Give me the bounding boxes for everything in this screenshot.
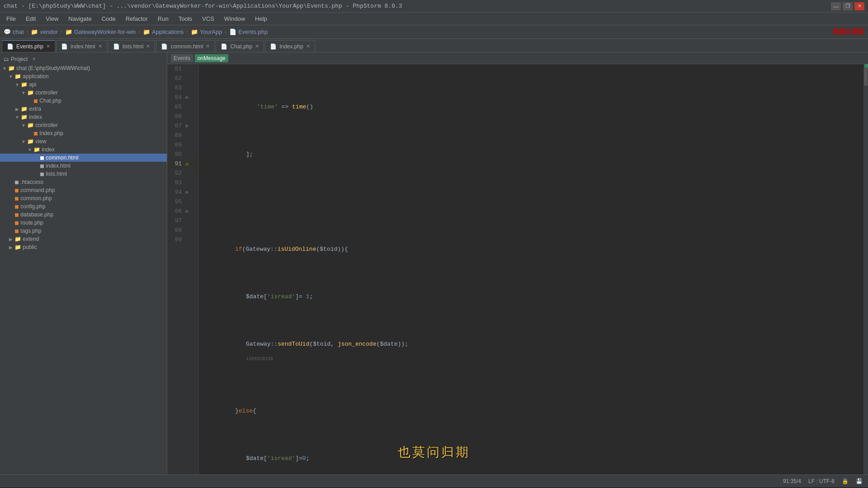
- tree-index-html[interactable]: ◼ index.html: [0, 162, 167, 170]
- chevron-icon: ▼: [27, 147, 33, 152]
- green-dot-indicator: [864, 64, 868, 68]
- code-line-87: }else{: [203, 406, 863, 416]
- breadcrumb-events[interactable]: 📄 Events.php: [229, 28, 268, 35]
- tab-events-php[interactable]: 📄 Events.php ✕: [2, 40, 55, 52]
- menu-edit[interactable]: Edit: [21, 14, 40, 24]
- breadcrumb-yourapp[interactable]: 📁 YourApp: [191, 28, 222, 35]
- editor-breadcrumb-events[interactable]: Events: [171, 54, 193, 62]
- tree-common-php[interactable]: ◼ common.php: [0, 194, 167, 202]
- tab-close-lists-html[interactable]: ✕: [146, 43, 150, 49]
- tab-close-index-html[interactable]: ✕: [98, 43, 102, 49]
- tree-command-php[interactable]: ◼ command.php: [0, 186, 167, 194]
- chevron-placeholder: [8, 196, 14, 201]
- chevron-placeholder: [33, 164, 39, 169]
- code-line-88: $date['isread']=0;: [203, 454, 863, 463]
- tab-close-chat-php[interactable]: ✕: [255, 43, 259, 49]
- line-num-84: 84 ⊖: [167, 93, 198, 102]
- tab-close-index-php[interactable]: ✕: [306, 43, 310, 49]
- status-save[interactable]: 💾: [856, 478, 863, 484]
- tree-public[interactable]: ▶ 📁 public: [0, 243, 167, 251]
- tree-index-controller[interactable]: ▼ 📁 controller: [0, 121, 167, 129]
- status-line-ending[interactable]: LF : UTF-8: [808, 478, 835, 484]
- chevron-icon: ▶: [8, 245, 14, 250]
- tree-chat-root[interactable]: ▼ 📁 chat (E:\phpStudy\WWW\chat): [0, 64, 167, 72]
- tree-index[interactable]: ▼ 📁 index: [0, 113, 167, 121]
- menu-vcs[interactable]: VCS: [198, 14, 219, 24]
- restore-button[interactable]: ❐: [843, 2, 853, 10]
- fold-icon-87[interactable]: ⊖: [185, 123, 188, 129]
- breadcrumb-applications[interactable]: 📁 Applications: [143, 28, 184, 35]
- code-line-82: ];: [203, 150, 863, 159]
- scrollbar-thumb[interactable]: [864, 68, 868, 86]
- folder-icon: 📁: [14, 73, 21, 80]
- chevron-placeholder: [8, 204, 14, 209]
- line-num-96: 96 ⊖: [167, 206, 198, 216]
- tree-extend[interactable]: ▶ 📁 extend: [0, 235, 167, 243]
- minimize-button[interactable]: —: [831, 2, 841, 10]
- fold-icon-94[interactable]: ⊖: [185, 190, 188, 195]
- tab-index-php[interactable]: 📄 Index.php ✕: [265, 40, 315, 52]
- tree-extra[interactable]: ▶ 📁 extra: [0, 105, 167, 113]
- editor-breadcrumb: Events onMessage: [167, 52, 868, 64]
- tree-index-php[interactable]: ◼ Index.php: [0, 129, 167, 137]
- chat-icon: 💬: [4, 28, 11, 35]
- tab-index-html[interactable]: 📄 index.html ✕: [56, 40, 107, 52]
- php-file-icon: ◼: [14, 220, 19, 226]
- tab-common-html[interactable]: 📄 common.html ✕: [156, 40, 215, 52]
- chevron-icon: ▶: [14, 107, 20, 112]
- tree-route-php[interactable]: ◼ route.php: [0, 219, 167, 227]
- tree-database-php[interactable]: ◼ database.php: [0, 211, 167, 219]
- line-num-98: 98: [167, 225, 198, 235]
- tab-lists-html[interactable]: 📄 lists.html ✕: [108, 40, 156, 52]
- tree-chat-php[interactable]: ◼ Chat.php: [0, 97, 167, 105]
- tree-tags-php[interactable]: ◼ tags.php: [0, 227, 167, 235]
- scrollbar[interactable]: [863, 64, 868, 474]
- status-lock[interactable]: 🔒: [842, 478, 849, 484]
- menu-refactor[interactable]: Refactor: [121, 14, 152, 24]
- menu-tools[interactable]: Tools: [174, 14, 197, 24]
- tab-chat-php[interactable]: 📄 Chat.php ✕: [216, 40, 264, 52]
- tab-close-events[interactable]: ✕: [46, 43, 50, 49]
- chevron-placeholder: [33, 172, 39, 177]
- line-num-86: 86: [167, 112, 198, 121]
- tree-common-html[interactable]: ◼ common.html: [0, 154, 167, 162]
- menu-help[interactable]: Help: [250, 14, 272, 24]
- close-button[interactable]: ✕: [854, 2, 864, 10]
- tree-application[interactable]: ▼ 📁 application: [0, 72, 167, 80]
- fold-icon-96[interactable]: ⊖: [185, 209, 188, 214]
- project-header[interactable]: 🗂 Project ▼: [0, 54, 167, 64]
- menu-navigate[interactable]: Navigate: [64, 14, 96, 24]
- menu-run[interactable]: Run: [153, 14, 173, 24]
- fold-icon-84[interactable]: ⊖: [185, 95, 188, 100]
- tree-htaccess[interactable]: ◼ .htaccess: [0, 178, 167, 186]
- tree-api-controller[interactable]: ▼ 📁 controller: [0, 89, 167, 97]
- breadcrumb-vendor[interactable]: 📁 vendor: [31, 28, 58, 35]
- menu-code[interactable]: Code: [97, 14, 120, 24]
- file-tree: 🗂 Project ▼ ▼ 📁 chat (E:\phpStudy\WWW\ch…: [0, 52, 167, 474]
- status-position[interactable]: 91:35/4: [783, 478, 801, 484]
- chevron-placeholder: [8, 212, 14, 217]
- php-file-icon: ◼: [14, 228, 19, 234]
- netease-logo: 网易云课堂: [833, 28, 864, 36]
- code-lines[interactable]: 'time' => time() ]; if(Gateway::isUidOnl…: [199, 64, 863, 474]
- menu-file[interactable]: File: [2, 14, 20, 24]
- editor-breadcrumb-onmessage[interactable]: onMessage: [195, 54, 228, 62]
- tree-view-index[interactable]: ▼ 📁 index: [0, 145, 167, 154]
- line-number-gutter: 81 82 83 84 ⊖: [167, 64, 199, 474]
- breadcrumb-chat[interactable]: 💬 chat: [4, 28, 24, 35]
- code-area[interactable]: 81 82 83 84 ⊖: [167, 64, 868, 474]
- tree-lists-html[interactable]: ◼ lists.html: [0, 170, 167, 178]
- code-line-81: 'time' => time(): [203, 102, 863, 112]
- menu-view[interactable]: View: [41, 14, 63, 24]
- file-icon: 📄: [229, 28, 236, 35]
- line-num-89: 89: [167, 140, 198, 150]
- menu-window[interactable]: Window: [220, 14, 250, 24]
- breadcrumb-sep-5: ›: [224, 28, 227, 35]
- tree-view[interactable]: ▼ 📁 view: [0, 137, 167, 145]
- project-icon: 🗂: [4, 56, 9, 62]
- tree-config-php[interactable]: ◼ config.php: [0, 202, 167, 211]
- folder-icon: 📁: [31, 28, 38, 35]
- tab-close-common-html[interactable]: ✕: [206, 43, 210, 49]
- tree-api[interactable]: ▼ 📁 api: [0, 80, 167, 89]
- breadcrumb-gateway[interactable]: 📁 GatewayWorker-for-win: [65, 28, 136, 35]
